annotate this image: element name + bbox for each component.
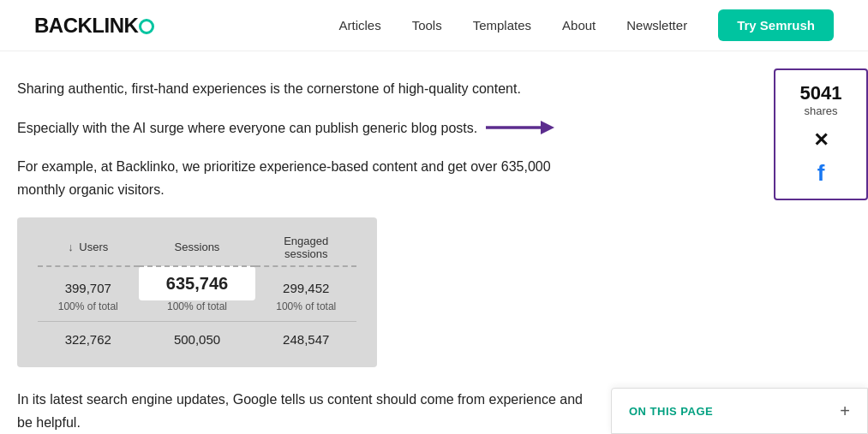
- x-twitter-icon[interactable]: ✕: [813, 129, 829, 152]
- cell-users-1-sub: 100% of total: [38, 300, 139, 322]
- cell-sessions-1: 635,746: [139, 266, 256, 300]
- social-icons: ✕ f: [784, 129, 858, 187]
- col-engaged-header: Engagedsessions: [255, 235, 356, 266]
- share-label: shares: [784, 104, 858, 117]
- table-row-1: 399,707 635,746 299,452: [38, 266, 356, 300]
- expand-icon[interactable]: +: [840, 402, 850, 419]
- table-row-1-sub: 100% of total 100% of total 100% of tota…: [38, 300, 356, 322]
- facebook-icon[interactable]: f: [817, 160, 825, 187]
- cell-sessions-1-sub: 100% of total: [139, 300, 256, 322]
- cell-engaged-1-sub: 100% of total: [255, 300, 356, 322]
- article-para4: In its latest search engine updates, Goo…: [17, 388, 583, 434]
- on-this-page-bar[interactable]: ON THIS PAGE +: [611, 388, 868, 434]
- cell-sessions-2: 500,050: [139, 321, 256, 350]
- article-para1: Sharing authentic, first-hand experience…: [17, 77, 583, 100]
- nav-templates[interactable]: Templates: [473, 18, 531, 33]
- cell-users-2: 322,762: [38, 321, 139, 350]
- logo-o-icon: [139, 19, 154, 34]
- nav-newsletter[interactable]: Newsletter: [626, 18, 687, 33]
- article-para2: Especially with the AI surge where every…: [17, 116, 477, 140]
- try-semrush-button[interactable]: Try Semrush: [718, 9, 834, 41]
- cell-users-1: 399,707: [38, 266, 139, 300]
- site-header: BACKLINK Articles Tools Templates About …: [0, 0, 868, 51]
- sort-arrow-icon: ↓: [68, 241, 74, 253]
- col-users-header: ↓ Users: [38, 235, 139, 266]
- share-widget: 5041 shares ✕ f: [774, 68, 868, 200]
- nav-about[interactable]: About: [562, 18, 596, 33]
- main-content: Sharing authentic, first-hand experience…: [0, 51, 868, 434]
- svg-marker-1: [541, 121, 554, 134]
- article-para2-with-arrow: Especially with the AI surge where every…: [17, 116, 583, 140]
- cell-engaged-1: 299,452: [255, 266, 356, 300]
- main-nav: Articles Tools Templates About Newslette…: [338, 9, 834, 41]
- nav-tools[interactable]: Tools: [412, 18, 442, 33]
- site-logo[interactable]: BACKLINK: [34, 14, 154, 38]
- article-body: Sharing authentic, first-hand experience…: [17, 77, 600, 434]
- purple-arrow-icon: [486, 116, 554, 140]
- analytics-table-container: ↓ Users Sessions Engagedsessions 399,707…: [17, 217, 377, 367]
- cell-engaged-2: 248,547: [255, 321, 356, 350]
- analytics-table: ↓ Users Sessions Engagedsessions 399,707…: [38, 235, 356, 350]
- col-sessions-header: Sessions: [139, 235, 256, 266]
- table-row-2: 322,762 500,050 248,547: [38, 321, 356, 350]
- on-this-page-label: ON THIS PAGE: [629, 405, 713, 418]
- nav-articles[interactable]: Articles: [338, 18, 380, 33]
- article-para3: For example, at Backlinko, we prioritize…: [17, 155, 583, 201]
- share-count: 5041: [784, 82, 858, 104]
